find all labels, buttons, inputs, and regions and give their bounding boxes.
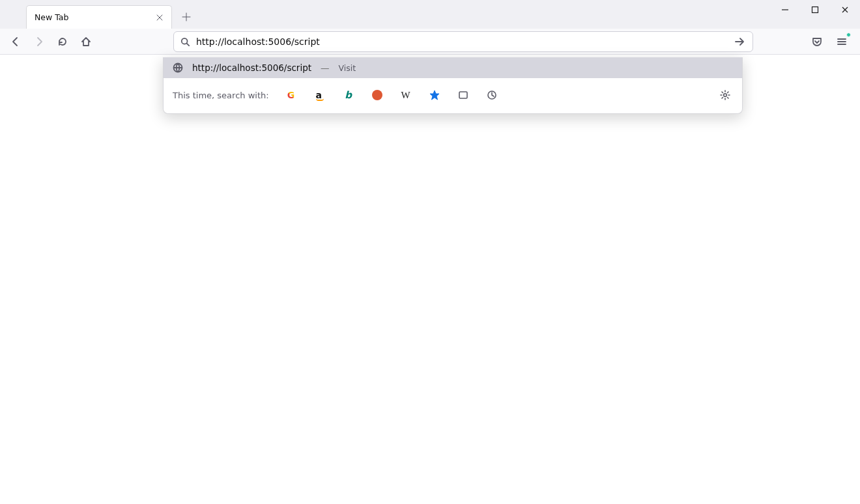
- search-engine-google[interactable]: G: [285, 89, 298, 102]
- amazon-icon: a: [316, 90, 324, 101]
- page-content: [0, 55, 860, 504]
- tabs-icon: [458, 90, 468, 100]
- home-button[interactable]: [76, 31, 96, 52]
- notification-dot-icon: [846, 33, 851, 37]
- tab-title: New Tab: [35, 12, 153, 22]
- tab-close-button[interactable]: [153, 11, 166, 24]
- minimize-icon: [781, 6, 789, 14]
- tab-strip: New Tab: [0, 0, 860, 29]
- search-engine-wikipedia[interactable]: W: [399, 89, 412, 102]
- window-close-button[interactable]: [830, 0, 860, 20]
- suggestion-row-visit[interactable]: http://localhost:5006/script — Visit: [164, 57, 742, 78]
- search-engine-amazon[interactable]: a: [313, 89, 326, 102]
- hamburger-icon: [837, 36, 847, 47]
- window-maximize-button[interactable]: [800, 0, 830, 20]
- save-to-pocket-button[interactable]: [807, 31, 827, 52]
- suggestion-action: Visit: [339, 63, 356, 73]
- arrow-right-icon: [734, 36, 745, 47]
- svg-point-5: [724, 94, 727, 97]
- pocket-icon: [812, 36, 822, 47]
- gear-icon: [720, 90, 730, 100]
- tab-new-tab[interactable]: New Tab: [26, 5, 172, 29]
- forward-button[interactable]: [29, 31, 50, 52]
- search-settings-button[interactable]: [717, 87, 733, 103]
- toolbar-right: [807, 31, 855, 52]
- urlbar-dropdown: http://localhost:5006/script — Visit Thi…: [163, 57, 743, 114]
- search-icon: [180, 37, 190, 46]
- search-engine-list: G a b W: [285, 89, 498, 102]
- close-icon: [841, 6, 849, 14]
- go-button[interactable]: [730, 33, 749, 51]
- search-engine-bookmarks[interactable]: [428, 89, 441, 102]
- search-engine-bing[interactable]: b: [342, 89, 355, 102]
- one-off-search-row: This time, search with: G a b W: [164, 78, 742, 105]
- svg-rect-3: [459, 92, 467, 98]
- reload-button[interactable]: [52, 31, 73, 52]
- nav-toolbar: [0, 29, 860, 55]
- search-engine-duckduckgo[interactable]: [371, 89, 384, 102]
- history-icon: [487, 90, 497, 100]
- search-engine-tabs[interactable]: [457, 89, 470, 102]
- suggestion-url: http://localhost:5006/script: [192, 63, 311, 73]
- globe-icon: [173, 63, 183, 73]
- arrow-left-icon: [10, 36, 21, 47]
- url-bar[interactable]: [173, 31, 753, 52]
- close-icon: [156, 14, 164, 21]
- maximize-icon: [811, 6, 819, 14]
- home-icon: [81, 36, 91, 47]
- reload-icon: [57, 36, 68, 47]
- back-button[interactable]: [5, 31, 26, 52]
- arrow-right-icon: [34, 36, 44, 47]
- plus-icon: [182, 12, 191, 21]
- search-with-label: This time, search with:: [173, 91, 269, 100]
- bookmark-star-icon: [429, 90, 440, 100]
- suggestion-separator: —: [321, 63, 330, 73]
- window-minimize-button[interactable]: [770, 0, 800, 20]
- duckduckgo-icon: [372, 90, 382, 100]
- window-controls: [770, 0, 860, 29]
- app-menu-button[interactable]: [831, 31, 852, 52]
- search-engine-history[interactable]: [485, 89, 498, 102]
- new-tab-button[interactable]: [177, 8, 195, 26]
- address-input[interactable]: [196, 36, 724, 47]
- svg-rect-0: [812, 7, 818, 13]
